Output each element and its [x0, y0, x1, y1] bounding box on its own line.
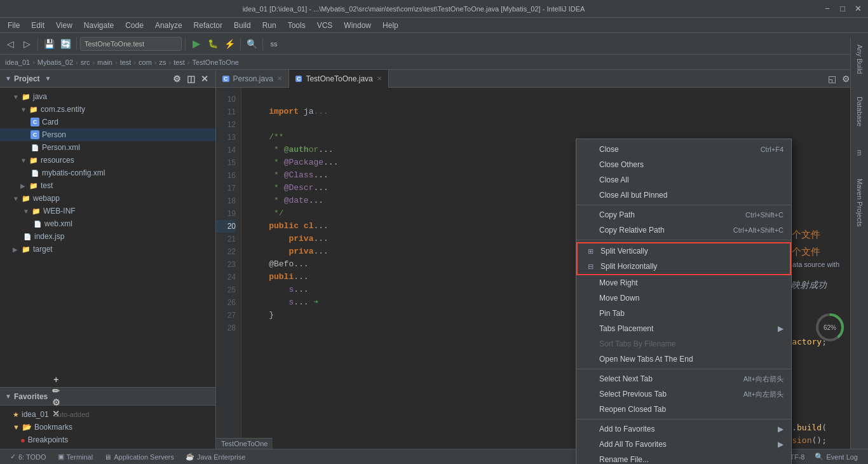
tree-item-webapp[interactable]: ▼ 📁 webapp	[0, 192, 215, 205]
todo-btn[interactable]: ✓ 6: TODO	[5, 449, 51, 465]
split-vert-icon: ⊞	[585, 246, 595, 256]
tree-item-personxml[interactable]: 📄 Person.xml	[0, 141, 215, 154]
toolbar-search[interactable]: 🔍	[244, 36, 259, 51]
menu-copy-relative-path[interactable]: Copy Relative Path Ctrl+Alt+Shift+C	[576, 222, 791, 238]
tree-item-mybatis-config[interactable]: 📄 mybatis-config.xml	[0, 167, 215, 179]
bc-file[interactable]: TestOneToOne	[193, 58, 239, 66]
tree-item-entity[interactable]: ▼ 📁 com.zs.entity	[0, 103, 215, 116]
bc-mybatis02[interactable]: Mybatis_02	[37, 58, 73, 66]
editor-tabs: C Person.java ✕ C TestOneToOne.java ✕ ◱ …	[216, 70, 868, 88]
menu-rename-file[interactable]: Rename File...	[576, 452, 791, 464]
menu-split-horizontally[interactable]: ⊟ Split Horizontally	[578, 259, 790, 274]
java-enterprise-btn[interactable]: ☕ Java Enterprise	[180, 449, 250, 465]
menu-vcs[interactable]: VCS	[312, 20, 338, 31]
menu-navigate[interactable]: Navigate	[79, 20, 119, 31]
bc-src[interactable]: src	[81, 58, 90, 66]
menu-close-all[interactable]: Close All	[576, 172, 791, 188]
right-tab-m[interactable]: m	[855, 147, 865, 158]
menu-run[interactable]: Run	[257, 20, 281, 31]
menu-pin-tab[interactable]: Pin Tab	[576, 306, 791, 321]
menu-edit[interactable]: Edit	[26, 20, 50, 31]
tree-item-target[interactable]: ▶ 📁 target	[0, 243, 215, 256]
project-collapse-btn[interactable]: ◫	[185, 73, 196, 85]
minimize-button[interactable]: −	[822, 4, 832, 14]
menu-close-all-pinned[interactable]: Close All but Pinned	[576, 188, 791, 203]
java-enterprise-label: Java Enterprise	[197, 453, 245, 461]
tab-testonetone[interactable]: C TestOneToOne.java ✕	[289, 70, 389, 88]
fav-item-idea01[interactable]: ★ idea_01 auto-added	[0, 408, 215, 421]
fav-item-bookmarks[interactable]: ▼ 📂 Bookmarks	[0, 421, 215, 433]
tree-item-card[interactable]: C Card	[0, 116, 215, 128]
bc-zs[interactable]: zs	[159, 58, 166, 66]
menu-close[interactable]: Close Ctrl+F4	[576, 142, 791, 157]
run-config-input[interactable]	[80, 37, 182, 51]
right-tab-maven[interactable]: Maven Projects	[855, 176, 865, 229]
menu-view[interactable]: View	[51, 20, 78, 31]
terminal-btn[interactable]: ▣ Terminal	[53, 449, 98, 465]
titlebar: idea_01 [D:\idea_01] - ...\Mybatis_02\sr…	[0, 0, 868, 18]
bc-idea01[interactable]: idea_01	[5, 58, 30, 66]
menu-add-to-favorites[interactable]: Add to Favorites ▶	[576, 421, 791, 437]
toolbar-ss[interactable]: ss	[266, 36, 281, 51]
toolbar-sync[interactable]: 🔄	[58, 36, 73, 51]
fav-add-btn[interactable]: +	[50, 374, 62, 385]
tab-person-close[interactable]: ✕	[277, 75, 282, 82]
toolbar-forward[interactable]: ▷	[19, 36, 34, 51]
menu-sort-tabs: Sort Tabs By Filename	[576, 336, 791, 351]
menu-split-vert-label: Split Vertically	[600, 247, 648, 256]
bc-test[interactable]: test	[120, 58, 132, 66]
menu-reopen-closed[interactable]: Reopen Closed Tab	[576, 402, 791, 417]
tree-item-test[interactable]: ▶ 📁 test	[0, 179, 215, 192]
menu-tabs-placement[interactable]: Tabs Placement ▶	[576, 321, 791, 336]
tree-item-webxml[interactable]: 📄 web.xml	[0, 217, 215, 230]
event-log-btn[interactable]: 🔍 Event Log	[810, 449, 863, 465]
bc-com[interactable]: com	[139, 58, 152, 66]
tree-item-webinf[interactable]: ▼ 📁 WEB-INF	[0, 205, 215, 217]
menu-analyze[interactable]: Analyze	[150, 20, 187, 31]
close-button[interactable]: ✕	[853, 4, 863, 14]
bc-main[interactable]: main	[97, 58, 112, 66]
menu-split-vertically[interactable]: ⊞ Split Vertically	[578, 243, 790, 259]
menu-add-all-favorites[interactable]: Add All To Favorites ▶	[576, 437, 791, 452]
menu-select-prev-tab[interactable]: Select Previous Tab Alt+向左箭头	[576, 386, 791, 402]
tree-item-java[interactable]: ▼ 📁 java	[0, 90, 215, 103]
toolbar-back[interactable]: ◁	[3, 36, 18, 51]
app-servers-btn[interactable]: 🖥 Application Servers	[99, 449, 179, 465]
tab-testonetoone-close[interactable]: ✕	[377, 75, 382, 82]
toolbar-save[interactable]: 💾	[41, 36, 57, 51]
menu-close-others[interactable]: Close Others	[576, 157, 791, 172]
menu-build[interactable]: Build	[229, 20, 256, 31]
menu-file[interactable]: File	[3, 20, 25, 31]
menu-tools[interactable]: Tools	[283, 20, 311, 31]
menu-code[interactable]: Code	[120, 20, 149, 31]
project-close-btn[interactable]: ✕	[199, 73, 210, 85]
tree-item-indexjsp[interactable]: 📄 index.jsp	[0, 230, 215, 243]
menu-select-next-tab[interactable]: Select Next Tab Alt+向右箭头	[576, 371, 791, 386]
code-line-12	[249, 118, 854, 131]
menu-window[interactable]: Window	[339, 20, 376, 31]
coverage-button[interactable]: ⚡	[222, 36, 237, 51]
fav-edit-btn[interactable]: ✏	[50, 385, 62, 397]
menu-move-right[interactable]: Move Right	[576, 275, 791, 290]
maximize-button[interactable]: □	[837, 4, 848, 14]
right-tab-database[interactable]: Database	[855, 94, 865, 129]
tab-person[interactable]: C Person.java ✕	[216, 70, 289, 88]
menu-copy-path[interactable]: Copy Path Ctrl+Shift+C	[576, 207, 791, 222]
tree-item-person[interactable]: C Person	[0, 128, 215, 141]
debug-button[interactable]: 🐛	[205, 36, 220, 51]
project-settings-btn[interactable]: ⚙	[171, 73, 182, 85]
fav-settings-btn[interactable]: ⚙	[50, 397, 62, 408]
run-button[interactable]: ▶	[189, 36, 204, 51]
tree-item-resources[interactable]: ▼ 📁 resources	[0, 154, 215, 167]
menu-help[interactable]: Help	[377, 20, 403, 31]
menu-copy-path-label: Copy Path	[599, 210, 635, 219]
menu-move-down[interactable]: Move Down	[576, 290, 791, 306]
editor-recent-btn[interactable]: ◱	[826, 73, 837, 85]
menu-sep3	[576, 369, 791, 369]
menu-open-new-tabs[interactable]: Open New Tabs At The End	[576, 351, 791, 367]
fav-item-breakpoints[interactable]: ● Breakpoints	[0, 433, 215, 446]
bc-test2[interactable]: test	[173, 58, 185, 66]
menu-refactor[interactable]: Refactor	[189, 20, 227, 31]
close-menu-icon	[584, 144, 594, 154]
right-tab-anybuild[interactable]: Any Build	[855, 42, 865, 76]
